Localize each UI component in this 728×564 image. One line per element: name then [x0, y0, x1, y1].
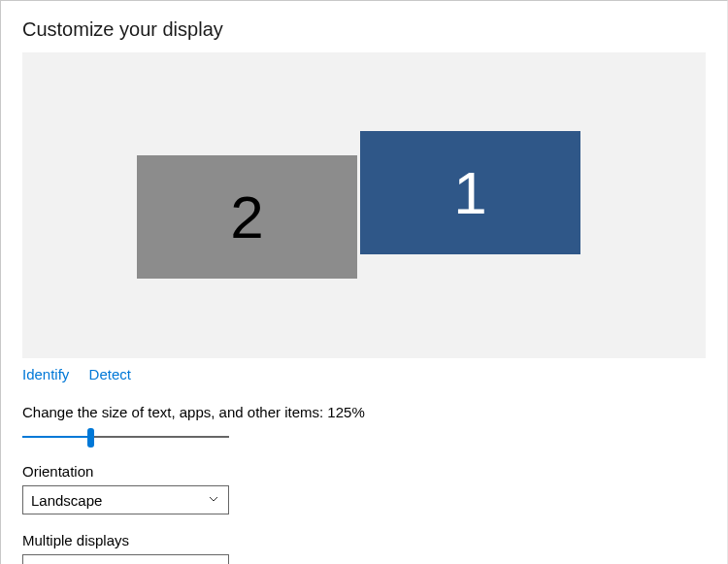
identify-link[interactable]: Identify: [22, 366, 69, 382]
scaling-label-text: Change the size of text, apps, and other…: [22, 404, 327, 420]
multiple-displays-dropdown[interactable]: Extend these displays: [22, 554, 229, 564]
scaling-value: 125%: [327, 404, 364, 420]
monitor-2[interactable]: 2: [137, 155, 357, 279]
slider-thumb[interactable]: [87, 428, 94, 448]
orientation-dropdown[interactable]: Landscape: [22, 485, 229, 514]
multiple-displays-value: Extend these displays: [31, 561, 220, 565]
orientation-value: Landscape: [31, 492, 220, 509]
scaling-label: Change the size of text, apps, and other…: [22, 404, 727, 420]
detect-link[interactable]: Detect: [89, 366, 131, 382]
display-arrangement-area[interactable]: 2 1: [22, 52, 706, 358]
slider-fill: [22, 436, 90, 438]
multiple-displays-label: Multiple displays: [22, 532, 727, 548]
orientation-label: Orientation: [22, 463, 727, 480]
scaling-slider[interactable]: [22, 430, 229, 446]
page-title: Customize your display: [1, 1, 727, 41]
monitor-1[interactable]: 1: [360, 131, 580, 254]
chevron-down-icon: [209, 494, 218, 504]
